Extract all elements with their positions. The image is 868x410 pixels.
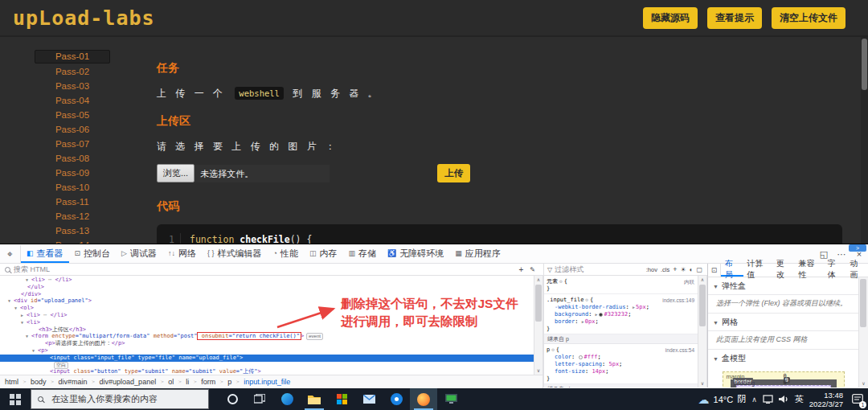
- markup-row[interactable]: ▼<form enctype="multipart/form-data" met…: [0, 333, 534, 340]
- markup-row[interactable]: <input class="button" type="submit" name…: [0, 368, 534, 375]
- breadcrumb-item[interactable]: input.input_file: [244, 378, 290, 386]
- expand-icon[interactable]: ▶: [582, 319, 584, 324]
- mail-icon[interactable]: [355, 388, 383, 410]
- markup-row[interactable]: </ul>: [0, 284, 534, 291]
- page-scrollbar-thumb[interactable]: [862, 39, 867, 90]
- tab-performance[interactable]: ◔性能: [268, 245, 304, 263]
- task-view-icon[interactable]: [246, 388, 273, 410]
- breadcrumb-item[interactable]: html: [5, 378, 18, 386]
- color-swatch-icon[interactable]: [599, 313, 603, 317]
- volume-icon[interactable]: [779, 395, 789, 404]
- browse-button[interactable]: 浏览...: [157, 164, 194, 182]
- stylesheet-link[interactable]: index.css:54: [665, 346, 694, 354]
- html-search-bar[interactable]: 搜索 HTML + ✎: [0, 264, 543, 276]
- markup-row[interactable]: <p>请选择要上传的图片：</p>: [0, 340, 534, 347]
- sidebar-item-pass-01[interactable]: Pass-01: [35, 50, 110, 64]
- box-model-margin[interactable]: margin 0 0 0 border 0 0 0 padding 0 0 0 …: [723, 371, 845, 387]
- tab-accessibility[interactable]: ♿无障碍环境: [382, 245, 449, 263]
- hidden-icons-chevron[interactable]: ∧: [751, 396, 757, 404]
- css-declaration[interactable]: -webkit-border-radius: ▶5px;: [547, 304, 695, 311]
- scroll-down-icon[interactable]: ∨: [698, 380, 706, 387]
- netdisk-icon[interactable]: [383, 388, 410, 410]
- scroll-down-icon[interactable]: ∨: [859, 380, 868, 387]
- box-model-section-header[interactable]: ▼盒模型: [708, 350, 858, 367]
- breadcrumb-item[interactable]: body: [31, 378, 47, 386]
- new-node-icon[interactable]: +: [518, 265, 523, 274]
- twisty-icon[interactable]: ▼: [26, 333, 31, 340]
- taskbar-search-input[interactable]: 在这里输入你要搜索的内容: [31, 389, 209, 409]
- breadcrumb-item[interactable]: li: [186, 378, 189, 386]
- css-declaration[interactable]: letter-spacing: 5px;: [547, 361, 695, 368]
- sidebar-item-pass-12[interactable]: Pass-12: [35, 211, 110, 223]
- markup-row[interactable]: ▶<li> ⋯ </li>: [0, 312, 534, 319]
- sidebar-tab-0[interactable]: 布局: [721, 264, 743, 277]
- sidebar-item-pass-13[interactable]: Pass-13: [35, 225, 110, 237]
- css-declaration[interactable]: color: #fff;: [547, 354, 695, 361]
- hide-source-button[interactable]: 隐藏源码: [643, 7, 698, 29]
- markup-row[interactable]: </div>: [0, 291, 534, 298]
- breadcrumb-item[interactable]: div#main: [59, 378, 88, 386]
- add-rule-icon[interactable]: +: [673, 265, 677, 273]
- file-name-field[interactable]: 未选择文件。: [194, 165, 330, 182]
- breadcrumb-item[interactable]: div#upload_panel: [100, 378, 157, 386]
- split-sidebar-icon[interactable]: ⊡: [708, 264, 721, 277]
- sidebar-tab-3[interactable]: 兼容性: [794, 264, 823, 277]
- twisty-icon[interactable]: ▶: [21, 312, 27, 319]
- breadcrumb-item[interactable]: ol: [168, 378, 174, 386]
- clock[interactable]: 13:48 2022/3/27: [809, 391, 843, 408]
- sidebar-tab-5[interactable]: 动画: [845, 264, 868, 277]
- css-declaration[interactable]: font-size: 14px;: [547, 368, 695, 375]
- input-language[interactable]: 英: [795, 393, 804, 405]
- file-explorer-icon[interactable]: [301, 388, 328, 410]
- expand-icon[interactable]: ▶: [633, 305, 635, 310]
- tab-console[interactable]: ⊡控制台: [69, 245, 117, 263]
- sidebar-item-pass-10[interactable]: Pass-10: [35, 182, 110, 194]
- markup-row[interactable]: ▼<ol>: [0, 305, 534, 312]
- markup-row[interactable]: <input class="input_file" type="file" na…: [0, 355, 534, 362]
- markup-row[interactable]: ▼<p>: [0, 347, 534, 355]
- sidebar-item-pass-11[interactable]: Pass-11: [35, 196, 110, 208]
- cortana-icon[interactable]: [219, 388, 246, 410]
- sidebar-tab-4[interactable]: 字体: [824, 264, 846, 277]
- css-declaration[interactable]: border: ▶0px;: [547, 318, 695, 326]
- markup-row[interactable]: ▼<li>: [0, 319, 534, 326]
- tab-storage[interactable]: ▥存储: [342, 245, 382, 263]
- firefox-icon[interactable]: [410, 388, 437, 410]
- scroll-right-indicator[interactable]: >: [849, 244, 866, 252]
- clear-uploads-button[interactable]: 清空上传文件: [772, 7, 845, 29]
- sidebar-tab-2[interactable]: 更改: [772, 264, 795, 277]
- pick-element-icon[interactable]: ⌖: [0, 245, 21, 263]
- twisty-icon[interactable]: ▼: [21, 319, 27, 326]
- sidebar-item-pass-04[interactable]: Pass-04: [35, 95, 110, 107]
- sidebar-item-pass-09[interactable]: Pass-09: [35, 167, 110, 179]
- breadcrumb-item[interactable]: form: [201, 378, 215, 386]
- twisty-icon[interactable]: ▼: [8, 297, 14, 305]
- gear-icon[interactable]: ⚙: [559, 278, 563, 284]
- view-hint-button[interactable]: 查看提示: [707, 7, 762, 29]
- page-scrollbar[interactable]: [861, 37, 868, 244]
- markup-scrollbar[interactable]: ∧ ∨: [534, 276, 543, 375]
- markup-row[interactable]: ▼<li> ⋯ </li>: [0, 277, 534, 284]
- tab-application[interactable]: ▦应用程序: [449, 245, 506, 263]
- contrast-icon[interactable]: ◐: [690, 266, 694, 273]
- weather-widget[interactable]: ☁ 14°C 阴: [698, 393, 747, 406]
- markup-row[interactable]: 空白: [0, 362, 534, 369]
- tab-inspector[interactable]: ◧查看器: [21, 245, 69, 263]
- sidebar-item-pass-07[interactable]: Pass-07: [35, 138, 110, 150]
- grid-section-header[interactable]: ▼网格: [708, 314, 858, 331]
- style-filter-bar[interactable]: ▽ 过滤样式 :hov .cls + ☀ ◐ ▢: [543, 264, 707, 276]
- sidebar-item-pass-03[interactable]: Pass-03: [35, 80, 110, 92]
- sidebar-item-pass-08[interactable]: Pass-08: [35, 153, 110, 165]
- tab-network[interactable]: ↑↓网络: [162, 245, 202, 263]
- box-model-border[interactable]: border 0 0 0 padding 0 0 0 0 214.567×23.…: [731, 379, 837, 387]
- network-icon[interactable]: [763, 395, 773, 404]
- print-simulation-icon[interactable]: ▢: [696, 266, 702, 273]
- sidebar-item-pass-06[interactable]: Pass-06: [35, 124, 110, 136]
- sidebar-tab-1[interactable]: 计算值: [743, 264, 772, 277]
- upload-button[interactable]: 上传: [437, 164, 470, 182]
- breadcrumb-item[interactable]: p: [227, 378, 231, 386]
- layout-scrollbar[interactable]: ∨: [858, 277, 868, 387]
- remote-desktop-icon[interactable]: [437, 388, 465, 410]
- gear-icon[interactable]: ⚙: [585, 297, 588, 302]
- padding-top-value[interactable]: 0: [784, 379, 787, 386]
